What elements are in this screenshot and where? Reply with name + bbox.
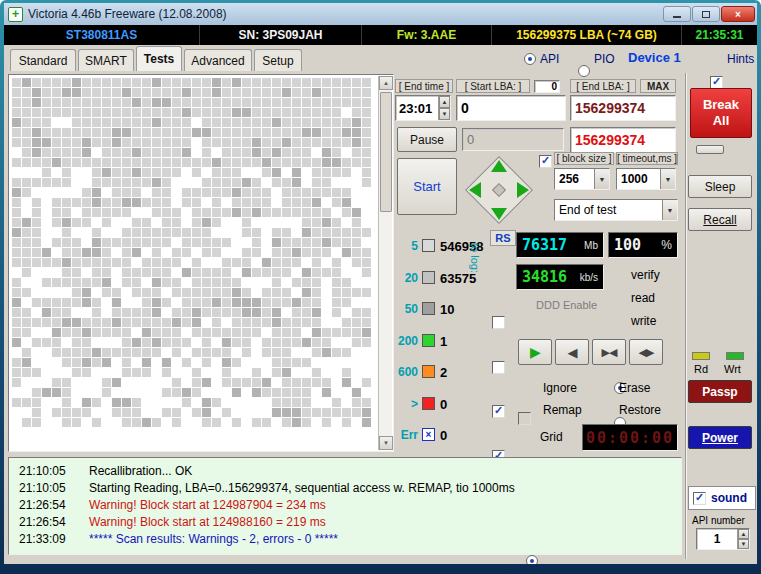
legend-log-checkbox[interactable]: [492, 361, 505, 374]
surface-block: [92, 308, 101, 317]
surface-block: [122, 438, 131, 447]
scroll-down-icon[interactable]: ▼: [379, 436, 393, 450]
surface-block: [122, 258, 131, 267]
surface-block: [92, 88, 101, 97]
nav-down-icon[interactable]: [491, 208, 507, 220]
tab-advanced[interactable]: Advanced: [184, 49, 252, 71]
surface-block: [32, 358, 41, 367]
surface-block: [112, 398, 121, 407]
api-number-down-icon[interactable]: ▼: [738, 539, 749, 549]
seek-defect-button[interactable]: ▶◀: [592, 339, 626, 365]
pause-button[interactable]: Pause: [397, 127, 457, 152]
tab-smart[interactable]: SMART: [78, 49, 134, 71]
surface-block: [32, 388, 41, 397]
tab-standard[interactable]: Standard: [10, 49, 76, 71]
surface-block: [352, 138, 361, 147]
surface-block: [122, 358, 131, 367]
device-selector[interactable]: Device 1: [628, 50, 681, 65]
surface-block: [12, 148, 21, 157]
surface-block: [252, 168, 261, 177]
surface-block: [132, 318, 141, 327]
surface-block: [152, 378, 161, 387]
surface-block: [332, 418, 341, 427]
surface-block: [102, 158, 111, 167]
timeout-select[interactable]: 1000 ▼: [616, 168, 676, 190]
surface-block: [202, 228, 211, 237]
surface-block: [52, 328, 61, 337]
surface-block: [282, 428, 291, 437]
surface-block: [222, 338, 231, 347]
surface-block: [332, 318, 341, 327]
surface-block: [62, 428, 71, 437]
surface-block: [22, 238, 31, 247]
nav-right-icon[interactable]: [517, 182, 529, 198]
surface-block: [42, 238, 51, 247]
maximize-button[interactable]: [692, 6, 720, 22]
nav-left-icon[interactable]: [469, 182, 481, 198]
surface-block: [182, 418, 191, 427]
end-time-spinner[interactable]: 23:01 ▲ ▼: [395, 95, 451, 121]
chevron-down-icon[interactable]: ▼: [660, 169, 675, 189]
surface-block: [62, 268, 71, 277]
max-button[interactable]: MAX: [640, 79, 676, 93]
seek-edge-button[interactable]: ◀▶: [629, 339, 663, 365]
nav-option-checkbox[interactable]: [539, 155, 552, 168]
power-button[interactable]: Power: [688, 426, 752, 449]
api-number-up-icon[interactable]: ▲: [738, 529, 749, 539]
minimize-button[interactable]: [663, 6, 691, 22]
remap-radio[interactable]: [526, 555, 538, 564]
surface-block: [162, 88, 171, 97]
reset-statistics-button[interactable]: RS: [490, 230, 516, 246]
surface-block: [62, 338, 71, 347]
tab-tests[interactable]: Tests: [136, 46, 182, 71]
start-lba-input[interactable]: 0: [456, 95, 566, 121]
nav-up-icon[interactable]: [491, 160, 507, 172]
chevron-down-icon[interactable]: ▼: [662, 200, 677, 220]
end-action-select[interactable]: End of test ▼: [554, 199, 678, 221]
surface-block: [262, 338, 271, 347]
legend-log-checkbox[interactable]: [492, 405, 505, 418]
legend-count: 0: [440, 428, 447, 443]
surface-block: [322, 128, 331, 137]
start-lba-mini-field[interactable]: 0: [534, 80, 560, 93]
surface-map-scrollbar[interactable]: ▲ ▼: [378, 76, 392, 450]
api-number-spinner[interactable]: 1 ▲ ▼: [696, 528, 750, 550]
chevron-down-icon[interactable]: ▼: [594, 169, 609, 189]
title-bar[interactable]: + Victoria 4.46b Freeware (12.08.2008) ×: [4, 3, 757, 25]
recall-button[interactable]: Recall: [688, 208, 752, 231]
surface-block: [52, 338, 61, 347]
surface-block: [92, 78, 101, 87]
passp-button[interactable]: Passp: [688, 380, 752, 403]
surface-block: [102, 398, 111, 407]
start-button[interactable]: Start: [397, 158, 457, 215]
tab-setup[interactable]: Setup: [254, 49, 302, 71]
legend-log-checkbox[interactable]: [492, 316, 505, 329]
close-button[interactable]: ×: [721, 6, 755, 22]
surface-block: [72, 408, 81, 417]
surface-block: [312, 368, 321, 377]
surface-block: [12, 88, 21, 97]
pio-radio[interactable]: [578, 65, 590, 77]
surface-block: [202, 148, 211, 157]
play-button[interactable]: ▶: [518, 339, 552, 365]
clock: 21:35:31: [682, 25, 757, 45]
surface-block: [342, 428, 351, 437]
scroll-up-icon[interactable]: ▲: [379, 76, 393, 90]
end-time-up-icon[interactable]: ▲: [439, 96, 450, 108]
surface-block: [232, 128, 241, 137]
surface-block: [212, 108, 221, 117]
step-back-button[interactable]: ◀: [555, 339, 589, 365]
block-size-select[interactable]: 256 ▼: [554, 168, 610, 190]
api-radio[interactable]: [524, 53, 536, 65]
sleep-button[interactable]: Sleep: [688, 175, 752, 198]
break-all-button[interactable]: Break All: [690, 88, 752, 138]
sound-checkbox[interactable]: [693, 492, 706, 505]
head-position-nav[interactable]: [463, 154, 535, 226]
surface-block: [92, 218, 101, 227]
end-lba-input[interactable]: 156299374: [570, 95, 676, 121]
surface-block: [302, 238, 311, 247]
surface-block: [362, 308, 371, 317]
end-time-down-icon[interactable]: ▼: [439, 108, 450, 120]
scrollbar-thumb[interactable]: [380, 92, 392, 212]
timeout-label: [ timeout,ms ]: [616, 152, 678, 165]
